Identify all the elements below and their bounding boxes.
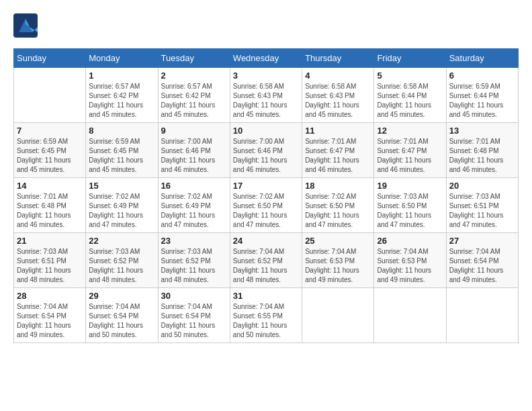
calendar-table: SundayMondayTuesdayWednesdayThursdayFrid… <box>13 48 519 343</box>
calendar-cell: 14Sunrise: 7:01 AMSunset: 6:48 PMDayligh… <box>14 178 86 233</box>
calendar-cell: 1Sunrise: 6:57 AMSunset: 6:42 PMDaylight… <box>86 68 158 123</box>
calendar-cell: 4Sunrise: 6:58 AMSunset: 6:43 PMDaylight… <box>302 68 374 123</box>
calendar-cell: 23Sunrise: 7:03 AMSunset: 6:52 PMDayligh… <box>158 233 230 288</box>
calendar-cell: 25Sunrise: 7:04 AMSunset: 6:53 PMDayligh… <box>302 233 374 288</box>
day-detail: Sunrise: 6:59 AMSunset: 6:44 PMDaylight:… <box>449 82 515 120</box>
day-detail: Sunrise: 7:00 AMSunset: 6:46 PMDaylight:… <box>161 137 227 175</box>
day-detail: Sunrise: 7:04 AMSunset: 6:53 PMDaylight:… <box>305 247 371 285</box>
day-detail: Sunrise: 6:57 AMSunset: 6:42 PMDaylight:… <box>89 82 154 120</box>
calendar-cell: 30Sunrise: 7:04 AMSunset: 6:54 PMDayligh… <box>158 288 230 343</box>
logo-icon <box>13 13 38 38</box>
header-friday: Friday <box>374 49 446 68</box>
day-number: 10 <box>233 126 299 136</box>
day-number: 25 <box>305 236 371 246</box>
day-number: 21 <box>17 236 83 246</box>
day-detail: Sunrise: 6:59 AMSunset: 6:45 PMDaylight:… <box>89 137 154 175</box>
day-detail: Sunrise: 6:58 AMSunset: 6:43 PMDaylight:… <box>233 82 299 120</box>
calendar-cell: 6Sunrise: 6:59 AMSunset: 6:44 PMDaylight… <box>446 68 518 123</box>
day-number: 22 <box>89 236 154 246</box>
header-tuesday: Tuesday <box>158 49 230 68</box>
calendar-cell: 24Sunrise: 7:04 AMSunset: 6:52 PMDayligh… <box>230 233 302 288</box>
day-number: 14 <box>17 181 83 191</box>
calendar-cell: 20Sunrise: 7:03 AMSunset: 6:51 PMDayligh… <box>446 178 518 233</box>
calendar-cell: 2Sunrise: 6:57 AMSunset: 6:42 PMDaylight… <box>158 68 230 123</box>
day-number: 6 <box>449 71 515 81</box>
header-monday: Monday <box>86 49 158 68</box>
day-number: 30 <box>161 291 227 301</box>
calendar-cell: 27Sunrise: 7:04 AMSunset: 6:54 PMDayligh… <box>446 233 518 288</box>
day-number: 12 <box>377 126 443 136</box>
day-detail: Sunrise: 7:04 AMSunset: 6:52 PMDaylight:… <box>233 247 299 285</box>
day-number: 11 <box>305 126 371 136</box>
day-number: 24 <box>233 236 299 246</box>
calendar-week-1: 7Sunrise: 6:59 AMSunset: 6:45 PMDaylight… <box>14 123 519 178</box>
calendar-week-3: 21Sunrise: 7:03 AMSunset: 6:51 PMDayligh… <box>14 233 519 288</box>
day-number: 1 <box>89 71 154 81</box>
day-detail: Sunrise: 7:01 AMSunset: 6:47 PMDaylight:… <box>377 137 443 175</box>
day-number: 18 <box>305 181 371 191</box>
calendar-cell <box>302 288 374 343</box>
day-number: 28 <box>17 291 83 301</box>
calendar-cell: 15Sunrise: 7:02 AMSunset: 6:49 PMDayligh… <box>86 178 158 233</box>
calendar-cell: 8Sunrise: 6:59 AMSunset: 6:45 PMDaylight… <box>86 123 158 178</box>
day-detail: Sunrise: 7:04 AMSunset: 6:54 PMDaylight:… <box>89 302 154 340</box>
header-wednesday: Wednesday <box>230 49 302 68</box>
calendar-cell <box>14 68 86 123</box>
calendar-cell: 10Sunrise: 7:00 AMSunset: 6:46 PMDayligh… <box>230 123 302 178</box>
day-detail: Sunrise: 7:01 AMSunset: 6:47 PMDaylight:… <box>305 137 371 175</box>
day-detail: Sunrise: 6:58 AMSunset: 6:43 PMDaylight:… <box>305 82 371 120</box>
day-number: 8 <box>89 126 154 136</box>
calendar-cell: 31Sunrise: 7:04 AMSunset: 6:55 PMDayligh… <box>230 288 302 343</box>
day-number: 13 <box>449 126 515 136</box>
day-detail: Sunrise: 7:03 AMSunset: 6:52 PMDaylight:… <box>161 247 227 285</box>
day-number: 27 <box>449 236 515 246</box>
header-sunday: Sunday <box>14 49 86 68</box>
calendar-cell: 3Sunrise: 6:58 AMSunset: 6:43 PMDaylight… <box>230 68 302 123</box>
day-detail: Sunrise: 6:58 AMSunset: 6:44 PMDaylight:… <box>377 82 443 120</box>
day-number: 5 <box>377 71 443 81</box>
day-detail: Sunrise: 7:01 AMSunset: 6:48 PMDaylight:… <box>17 192 83 230</box>
day-number: 4 <box>305 71 371 81</box>
calendar-cell: 22Sunrise: 7:03 AMSunset: 6:52 PMDayligh… <box>86 233 158 288</box>
day-detail: Sunrise: 6:59 AMSunset: 6:45 PMDaylight:… <box>17 137 83 175</box>
calendar-cell: 26Sunrise: 7:04 AMSunset: 6:53 PMDayligh… <box>374 233 446 288</box>
day-number: 19 <box>377 181 443 191</box>
calendar-cell <box>374 288 446 343</box>
calendar-week-0: 1Sunrise: 6:57 AMSunset: 6:42 PMDaylight… <box>14 68 519 123</box>
day-number: 20 <box>449 181 515 191</box>
calendar-cell: 7Sunrise: 6:59 AMSunset: 6:45 PMDaylight… <box>14 123 86 178</box>
day-detail: Sunrise: 7:02 AMSunset: 6:49 PMDaylight:… <box>89 192 154 230</box>
day-detail: Sunrise: 7:03 AMSunset: 6:51 PMDaylight:… <box>449 192 515 230</box>
calendar-cell: 16Sunrise: 7:02 AMSunset: 6:49 PMDayligh… <box>158 178 230 233</box>
calendar-week-4: 28Sunrise: 7:04 AMSunset: 6:54 PMDayligh… <box>14 288 519 343</box>
calendar-cell: 21Sunrise: 7:03 AMSunset: 6:51 PMDayligh… <box>14 233 86 288</box>
calendar-cell: 9Sunrise: 7:00 AMSunset: 6:46 PMDaylight… <box>158 123 230 178</box>
header-row: SundayMondayTuesdayWednesdayThursdayFrid… <box>14 49 519 68</box>
day-detail: Sunrise: 7:02 AMSunset: 6:50 PMDaylight:… <box>233 192 299 230</box>
day-detail: Sunrise: 7:04 AMSunset: 6:53 PMDaylight:… <box>377 247 443 285</box>
day-number: 31 <box>233 291 299 301</box>
day-detail: Sunrise: 6:57 AMSunset: 6:42 PMDaylight:… <box>161 82 227 120</box>
page-header <box>13 13 519 38</box>
day-detail: Sunrise: 7:03 AMSunset: 6:52 PMDaylight:… <box>89 247 154 285</box>
calendar-cell: 29Sunrise: 7:04 AMSunset: 6:54 PMDayligh… <box>86 288 158 343</box>
header-saturday: Saturday <box>446 49 518 68</box>
calendar-cell <box>446 288 518 343</box>
calendar-week-2: 14Sunrise: 7:01 AMSunset: 6:48 PMDayligh… <box>14 178 519 233</box>
calendar-cell: 12Sunrise: 7:01 AMSunset: 6:47 PMDayligh… <box>374 123 446 178</box>
day-detail: Sunrise: 7:00 AMSunset: 6:46 PMDaylight:… <box>233 137 299 175</box>
calendar-cell: 18Sunrise: 7:02 AMSunset: 6:50 PMDayligh… <box>302 178 374 233</box>
logo <box>13 13 39 38</box>
day-number: 15 <box>89 181 154 191</box>
day-number: 29 <box>89 291 154 301</box>
day-number: 23 <box>161 236 227 246</box>
day-detail: Sunrise: 7:04 AMSunset: 6:54 PMDaylight:… <box>17 302 83 340</box>
day-number: 3 <box>233 71 299 81</box>
calendar-cell: 17Sunrise: 7:02 AMSunset: 6:50 PMDayligh… <box>230 178 302 233</box>
day-detail: Sunrise: 7:01 AMSunset: 6:48 PMDaylight:… <box>449 137 515 175</box>
day-detail: Sunrise: 7:02 AMSunset: 6:49 PMDaylight:… <box>161 192 227 230</box>
day-number: 26 <box>377 236 443 246</box>
day-number: 7 <box>17 126 83 136</box>
day-detail: Sunrise: 7:04 AMSunset: 6:54 PMDaylight:… <box>161 302 227 340</box>
day-number: 16 <box>161 181 227 191</box>
